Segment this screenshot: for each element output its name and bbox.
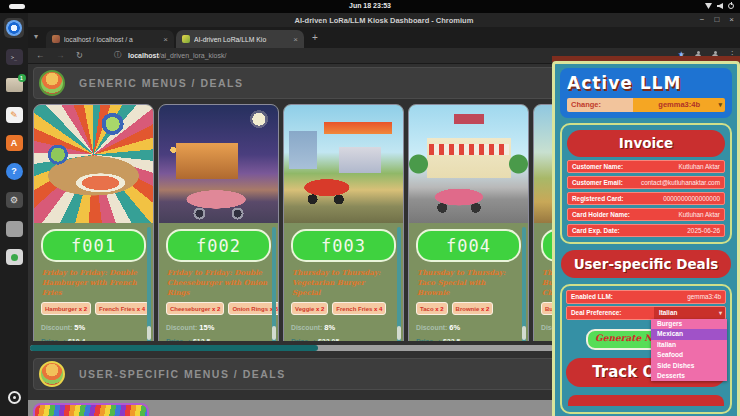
user-deal-card-partial[interactable] bbox=[33, 403, 149, 416]
menu-card-f001[interactable]: f001 Friday to Friday: Double Hamburger … bbox=[33, 104, 154, 341]
tab-search-chevron-icon[interactable]: ▾ bbox=[34, 32, 38, 41]
price-line: Price ⇒$23.5 bbox=[416, 338, 521, 341]
option-italian[interactable]: Italian bbox=[651, 340, 727, 350]
bottom-red-button-partial[interactable] bbox=[568, 395, 724, 406]
menu-id-button[interactable]: f002 bbox=[166, 229, 271, 262]
url-field[interactable]: localhost/ai_driven_lora_kiosk/ bbox=[128, 52, 226, 59]
dock-show-apps[interactable] bbox=[4, 387, 24, 407]
system-status-icons[interactable] bbox=[705, 3, 734, 9]
generic-menus-title: GENERIC MENUS / DEALS bbox=[79, 77, 244, 89]
tab2-close-icon[interactable]: × bbox=[293, 35, 298, 44]
menu-card-f002[interactable]: f002 Friday to Friday: Double Cheeseburg… bbox=[158, 104, 279, 341]
option-seafood[interactable]: Seafood bbox=[651, 350, 727, 360]
back-icon[interactable]: ← bbox=[36, 50, 45, 60]
clock[interactable]: Jun 18 23:53 bbox=[0, 2, 740, 9]
kiosk-side-panel: Active LLM Change: gemma3:4b▾ Invoice Cu… bbox=[552, 61, 740, 416]
help-icon: ? bbox=[6, 163, 23, 180]
discount-line: Discount:15% bbox=[166, 323, 271, 332]
tab2-favicon bbox=[182, 35, 190, 43]
user-deals-section: Enabled LLM:gemma3:4b Deal Preference: I… bbox=[560, 284, 732, 414]
option-mexican[interactable]: Mexican bbox=[651, 329, 727, 339]
gear-icon: ⚙ bbox=[6, 192, 23, 208]
system-top-bar: Jun 18 23:53 bbox=[0, 0, 740, 13]
deal-preference-select[interactable]: Italian▾ bbox=[654, 307, 725, 319]
url-host: localhost bbox=[128, 52, 159, 59]
discount-line: Discount:6% bbox=[416, 323, 521, 332]
option-desserts[interactable]: Desserts bbox=[651, 371, 727, 381]
menu-id-button[interactable]: f004 bbox=[416, 229, 521, 262]
dock-help[interactable]: ? bbox=[4, 161, 24, 181]
option-side-dishes[interactable]: Side Dishes bbox=[651, 361, 727, 371]
chevron-down-icon: ▾ bbox=[718, 98, 722, 112]
dock-terminal[interactable]: >_ bbox=[4, 47, 24, 67]
food-illustration bbox=[284, 105, 403, 223]
menu-id-button[interactable]: f001 bbox=[41, 229, 146, 262]
scrollbar-thumb[interactable] bbox=[30, 345, 318, 351]
dock-text-editor[interactable]: ✎ bbox=[4, 105, 24, 125]
dock-app-gray[interactable] bbox=[4, 219, 24, 239]
site-info-icon[interactable]: ⓘ bbox=[114, 50, 122, 60]
deal-description: Friday to Friday: Double Cheeseburger wi… bbox=[167, 268, 270, 297]
window-title: AI-driven LoRa/LLM Kiosk Dashboard - Chr… bbox=[28, 16, 740, 25]
option-burgers[interactable]: Burgers bbox=[651, 319, 727, 329]
maximize-button[interactable]: □ bbox=[714, 15, 719, 24]
horizontal-scrollbar[interactable] bbox=[30, 345, 554, 351]
minimize-button[interactable]: − bbox=[700, 15, 705, 24]
tab1-close-icon[interactable]: × bbox=[163, 35, 168, 44]
user-specific-deals-button[interactable]: User-specific Deals bbox=[561, 250, 731, 278]
tab-kiosk-dashboard[interactable]: AI-driven LoRa/LLM Kio × bbox=[176, 30, 304, 48]
deal-preference-dropdown[interactable]: Burgers Mexican Italian Seafood Side Dis… bbox=[651, 319, 727, 381]
enabled-llm-row: Enabled LLM:gemma3:4b bbox=[566, 290, 726, 304]
dock-files[interactable]: 1 bbox=[4, 75, 24, 95]
price-line: Price ⇒$10.4 bbox=[41, 338, 146, 341]
dock-chromium[interactable] bbox=[4, 18, 24, 38]
llm-select[interactable]: gemma3:4b▾ bbox=[633, 98, 725, 112]
menu-card-f003[interactable]: f003 Thursday to Thursday: Vegetarian Bu… bbox=[283, 104, 404, 341]
active-llm-section: Active LLM Change: gemma3:4b▾ bbox=[560, 68, 732, 118]
tab-localhost[interactable]: localhost / localhost / a × bbox=[46, 30, 174, 48]
files-icon: 1 bbox=[6, 78, 23, 92]
forward-icon[interactable]: → bbox=[56, 50, 65, 60]
item-tag: Brownie x 2 bbox=[452, 302, 494, 315]
chromium-icon bbox=[6, 20, 22, 36]
price-line: Price ⇒$22.05 bbox=[291, 338, 396, 341]
registered-card-row: Registered Card:0000000000000000 bbox=[567, 192, 725, 206]
menu-card-f004[interactable]: f004 Thursday to Thursday: Taco Special … bbox=[408, 104, 529, 341]
food-illustration bbox=[34, 105, 153, 223]
menu-id-button[interactable]: f003 bbox=[291, 229, 396, 262]
menu-card-list[interactable]: f001 Friday to Friday: Double Hamburger … bbox=[33, 104, 556, 341]
card-scrollbar[interactable] bbox=[272, 227, 276, 341]
invoice-section: Invoice Customer Name:Kutluhan Aktar Cus… bbox=[560, 123, 732, 244]
card-exp-row: Card Exp. Date:2025-06-26 bbox=[567, 224, 725, 238]
volume-icon bbox=[717, 3, 723, 9]
close-button[interactable]: × bbox=[729, 15, 734, 24]
new-tab-button[interactable]: + bbox=[312, 32, 318, 43]
window-controls: − □ × bbox=[700, 15, 734, 24]
dock-settings[interactable]: ⚙ bbox=[4, 190, 24, 210]
deal-description: Friday to Friday: Double Hamburger with … bbox=[42, 268, 145, 297]
dock-software[interactable] bbox=[4, 247, 24, 267]
burger-icon bbox=[39, 70, 65, 96]
card-scrollbar[interactable] bbox=[397, 227, 401, 341]
reload-icon[interactable]: ↻ bbox=[76, 50, 83, 60]
terminal-icon: >_ bbox=[6, 49, 23, 65]
window-titlebar: AI-driven LoRa/LLM Kiosk Dashboard - Chr… bbox=[28, 13, 740, 28]
wifi-icon bbox=[705, 3, 712, 9]
invoice-button[interactable]: Invoice bbox=[567, 130, 725, 157]
text-editor-icon: ✎ bbox=[6, 107, 23, 123]
card-holder-row: Card Holder Name:Kutluhan Aktar bbox=[567, 208, 725, 222]
tab2-title: AI-driven LoRa/LLM Kio bbox=[194, 36, 290, 43]
card-scrollbar[interactable] bbox=[522, 227, 526, 341]
item-tag: Hamburger x 2 bbox=[41, 302, 91, 315]
tab1-favicon bbox=[52, 35, 60, 43]
software-icon bbox=[6, 249, 23, 265]
dock-libreoffice[interactable]: A bbox=[4, 133, 24, 153]
ubuntu-dock: >_ 1 ✎ A ? ⚙ bbox=[0, 13, 28, 416]
files-badge: 1 bbox=[18, 74, 26, 82]
card-scrollbar[interactable] bbox=[147, 227, 151, 341]
active-llm-title: Active LLM bbox=[567, 73, 725, 93]
url-path: /ai_driven_lora_kiosk/ bbox=[159, 52, 227, 59]
item-tag: Cheeseburger x 2 bbox=[166, 302, 224, 315]
food-illustration bbox=[409, 105, 528, 223]
change-label: Change: bbox=[567, 98, 633, 112]
